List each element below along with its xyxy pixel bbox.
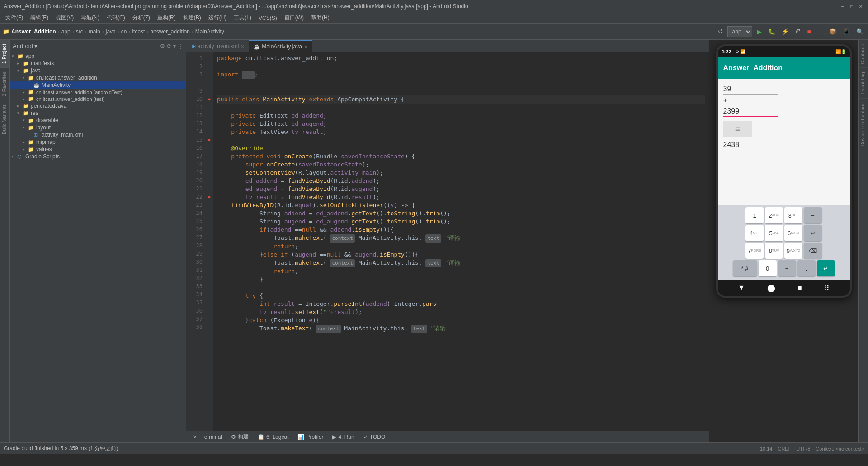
- menu-analyze[interactable]: 分析(Z): [129, 13, 154, 23]
- tab-run[interactable]: ▶ 4: Run: [329, 431, 358, 442]
- tab-close-xml[interactable]: ✕: [241, 44, 244, 49]
- tab-build[interactable]: ⚙ 构建: [227, 431, 252, 442]
- breadcrumb-mainactivity[interactable]: MainActivity: [195, 29, 224, 35]
- kb-key-dot[interactable]: .: [797, 260, 816, 276]
- run-configuration-select[interactable]: app: [727, 26, 752, 37]
- coverage-button[interactable]: ⚡: [780, 27, 791, 36]
- tab-todo[interactable]: ✓ TODO: [360, 431, 389, 442]
- breadcrumb-answer-addition[interactable]: Answer_Addition: [11, 29, 56, 35]
- kb-key-return-green[interactable]: ↵: [817, 260, 835, 276]
- tree-item-test[interactable]: ▸ 📁 cn.itcast.answer_addition (test): [10, 95, 186, 102]
- nav-home-icon[interactable]: ⬤: [767, 284, 775, 292]
- tree-item-res[interactable]: ▾ 📁 res: [10, 109, 186, 117]
- app-input-addend[interactable]: [723, 84, 778, 95]
- kb-key-1[interactable]: 1: [745, 207, 764, 223]
- menu-help[interactable]: 帮助(H): [307, 13, 333, 23]
- run-button[interactable]: ▶: [755, 27, 764, 36]
- tree-item-values[interactable]: ▸ 📁 values: [10, 146, 186, 153]
- tree-item-activity-main-xml[interactable]: ⊞ activity_main.xml: [10, 131, 186, 138]
- breadcrumb-itcast[interactable]: itcast: [132, 29, 145, 35]
- close-button[interactable]: ✕: [857, 3, 864, 10]
- v-tab-favorites[interactable]: 2-Favorites: [0, 67, 9, 100]
- profile-button[interactable]: ⏱: [793, 27, 803, 36]
- project-more-icon[interactable]: ⋮: [178, 43, 183, 49]
- menu-refactor[interactable]: 重构(R): [154, 13, 179, 23]
- status-line-sep[interactable]: CRLF: [778, 446, 791, 452]
- kb-key-8[interactable]: 8TUV: [765, 243, 783, 259]
- project-sync-icon[interactable]: ⟳: [167, 43, 171, 49]
- kb-key-4[interactable]: 4GHI: [745, 225, 764, 241]
- toolbar-sync-btn[interactable]: ↺: [716, 27, 725, 36]
- menu-edit[interactable]: 编辑(E): [27, 13, 52, 23]
- v-tab-device-file-explorer[interactable]: Device File Explorer: [859, 98, 868, 150]
- tab-logcat[interactable]: 📋 6: Logcat: [254, 431, 292, 442]
- project-settings-icon[interactable]: ⚙: [160, 43, 165, 49]
- menu-navigate[interactable]: 导航(N): [77, 13, 103, 23]
- tree-item-layout[interactable]: ▾ 📁 layout: [10, 124, 186, 131]
- menu-view[interactable]: 视图(V): [52, 13, 77, 23]
- breadcrumb-java[interactable]: java: [106, 29, 116, 35]
- kb-key-minus[interactable]: −: [804, 207, 822, 223]
- kb-key-6[interactable]: 6MNO: [784, 225, 802, 241]
- kb-key-plus[interactable]: +: [778, 260, 796, 276]
- stop-button[interactable]: ■: [806, 27, 813, 36]
- android-dropdown[interactable]: Android ▾: [13, 43, 38, 49]
- kb-key-5[interactable]: 5JKL: [765, 225, 783, 241]
- menu-file[interactable]: 文件(F): [2, 13, 27, 23]
- app-equals-button[interactable]: =: [723, 121, 752, 137]
- kb-key-9[interactable]: 9WXYZ: [784, 243, 802, 259]
- sdk-manager-button[interactable]: 📦: [827, 27, 838, 36]
- tab-terminal[interactable]: >_ Terminal: [190, 431, 226, 442]
- menu-vcs[interactable]: VCS(S): [255, 14, 281, 22]
- tab-profiler[interactable]: 📊 Profiler: [294, 431, 327, 442]
- project-collapse-icon[interactable]: ▾: [173, 43, 176, 49]
- kb-key-backspace[interactable]: ⌫: [804, 243, 822, 259]
- breadcrumb-src[interactable]: src: [76, 29, 83, 35]
- v-tab-event-log[interactable]: Event Log: [859, 68, 868, 98]
- app-input-augend[interactable]: [723, 106, 778, 117]
- nav-keyboard-icon[interactable]: ⠿: [824, 284, 830, 292]
- tab-mainactivity-java[interactable]: ☕ MainActivity.java ✕: [249, 40, 312, 52]
- breadcrumb-main[interactable]: main: [89, 29, 100, 35]
- tree-item-gradle-scripts[interactable]: ▸ ⬡ Gradle Scripts: [10, 153, 186, 160]
- tab-close-java[interactable]: ✕: [304, 44, 307, 49]
- status-encoding[interactable]: UTF-8: [796, 446, 810, 452]
- menu-tools[interactable]: 工具(L): [230, 13, 255, 23]
- debug-button[interactable]: 🐛: [766, 27, 777, 36]
- tree-item-java[interactable]: ▾ 📁 java: [10, 67, 186, 74]
- menu-window[interactable]: 窗口(W): [281, 13, 307, 23]
- v-tab-captures[interactable]: Captures: [859, 40, 868, 68]
- tree-item-generatedjava[interactable]: ▸ 📁 generatedJava: [10, 102, 186, 109]
- tree-item-app[interactable]: ▾ 📁 app: [10, 52, 186, 60]
- breadcrumb-cn[interactable]: cn: [121, 29, 127, 35]
- profiler-icon: 📊: [297, 434, 304, 440]
- tree-item-cn-itcast[interactable]: ▾ 📁 cn.itcast.answer_addition: [10, 74, 186, 81]
- status-position[interactable]: 10:14: [760, 446, 773, 452]
- kb-key-7[interactable]: 7PQRS: [745, 243, 764, 259]
- kb-key-star-hash[interactable]: * #: [733, 260, 757, 276]
- minimize-button[interactable]: ─: [839, 3, 846, 10]
- kb-key-3[interactable]: 3DEF: [784, 207, 802, 223]
- code-editor[interactable]: package cn.itcast.answer_addition; impor…: [213, 52, 709, 431]
- search-everywhere-button[interactable]: 🔍: [854, 27, 865, 36]
- tree-item-drawable[interactable]: ▾ 📁 drawable: [10, 117, 186, 124]
- nav-recents-icon[interactable]: ■: [797, 284, 802, 292]
- kb-key-0[interactable]: 0: [759, 260, 777, 276]
- v-tab-project[interactable]: 1-Project: [0, 40, 9, 67]
- tree-item-androidtest[interactable]: ▸ 📁 cn.itcast.answer_addition (androidTe…: [10, 89, 186, 95]
- tree-item-mainactivity[interactable]: ☕ MainActivity: [10, 81, 186, 89]
- menu-build[interactable]: 构建(B): [179, 13, 205, 23]
- tree-item-manifests[interactable]: ▸ 📁 manifests: [10, 60, 186, 67]
- kb-key-enter[interactable]: ↵: [804, 225, 822, 241]
- menu-run[interactable]: 运行(U): [205, 13, 231, 23]
- tab-activity-main-xml[interactable]: ⊞ activity_main.xml ✕: [187, 40, 249, 52]
- kb-key-2[interactable]: 2ABC: [765, 207, 783, 223]
- breadcrumb-answer-addition2[interactable]: answer_addition: [150, 29, 189, 35]
- maximize-button[interactable]: □: [848, 3, 855, 10]
- nav-back-icon[interactable]: ▼: [738, 284, 745, 292]
- menu-code[interactable]: 代码(C): [103, 13, 129, 23]
- breadcrumb-app[interactable]: app: [61, 29, 71, 35]
- v-tab-build-variants[interactable]: Build Variants: [0, 100, 9, 138]
- tree-item-mipmap[interactable]: ▸ 📁 mipmap: [10, 138, 186, 146]
- avd-manager-button[interactable]: 📱: [841, 27, 852, 36]
